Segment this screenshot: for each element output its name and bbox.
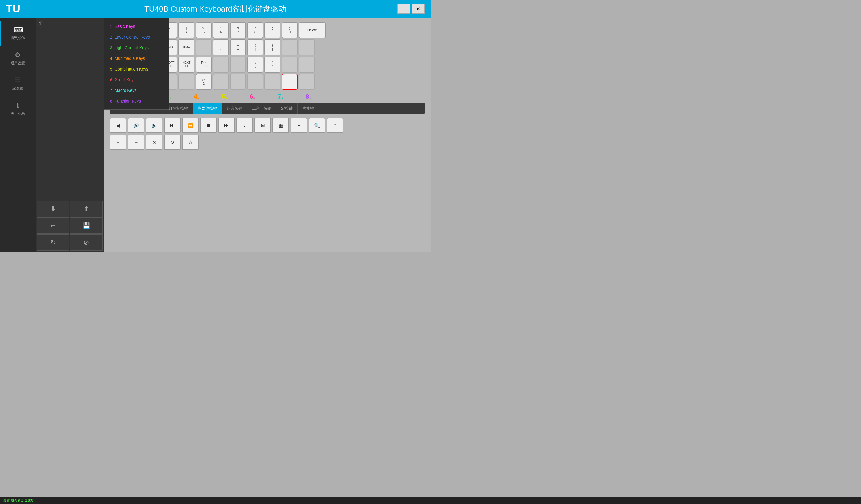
key-empty-r4-4[interactable] <box>178 74 194 90</box>
cat-num-5[interactable]: 5. <box>221 93 227 100</box>
key-percent5[interactable]: %5 <box>196 22 212 38</box>
sidebar-item-settings[interactable]: ⚙ 通用设置 <box>0 46 36 71</box>
dropdown-menu: 1. Basic Keys 2. Layer Control Keys 3. L… <box>104 18 169 110</box>
cat-num-7[interactable]: 7. <box>277 93 283 100</box>
key-palette: ◀ 🔊 🔈 ⏭ ⏪ ⏹ ⏮ ♪ ✉ ▦ 🖥 🔍 ⌂ ← → ✕ ↺ ☆ <box>110 117 425 150</box>
dropdown-item-light-control[interactable]: 3. Light Control Keys <box>104 42 169 53</box>
key-colon[interactable]: :; <box>247 57 263 73</box>
sidebar-label-keyboard: 配列设置 <box>11 36 26 41</box>
upload-button[interactable]: ⬆ <box>70 200 102 217</box>
left-panel-label: 配 <box>39 21 42 26</box>
key-empty-r3-10[interactable] <box>282 57 298 73</box>
key-empty-r4-11[interactable] <box>299 74 315 90</box>
palette-key-vol-down[interactable]: 🔈 <box>146 117 163 133</box>
palette-key-refresh[interactable]: ↺ <box>164 135 180 150</box>
reload-button[interactable]: ↻ <box>37 234 69 251</box>
palette-key-vol-up[interactable]: 🔊 <box>128 117 145 133</box>
dropdown-item-multimedia[interactable]: 4. Multimedia Keys <box>104 53 169 64</box>
minimize-button[interactable]: — <box>397 4 410 14</box>
palette-key-back[interactable]: ← <box>110 135 126 150</box>
key-empty-r4-8[interactable] <box>247 74 263 90</box>
palette-key-home[interactable]: ⌂ <box>327 117 343 133</box>
tab-function[interactable]: 功能键 <box>298 103 319 114</box>
key-lbracket[interactable]: {[ <box>247 39 263 55</box>
tab-2in1[interactable]: 二合一按键 <box>247 103 276 114</box>
key-empty-r3-11[interactable] <box>299 57 315 73</box>
palette-key-mail[interactable]: ✉ <box>255 117 271 133</box>
gear-icon: ⚙ <box>15 51 21 59</box>
key-highlighted-r4-10[interactable] <box>282 74 298 90</box>
dropdown-item-basic-keys[interactable]: 1. Basic Keys <box>104 21 169 32</box>
key-at2-row4[interactable]: @2 <box>196 74 212 90</box>
key-f-plus-led[interactable]: F++LED <box>196 57 212 73</box>
key-empty-r3-7[interactable] <box>230 57 246 73</box>
cat-num-6[interactable]: 6. <box>250 93 255 100</box>
key-dollar4[interactable]: $4 <box>178 22 194 38</box>
left-panel-header: 配 <box>36 18 104 27</box>
palette-key-forward[interactable]: → <box>128 135 145 150</box>
palette-key-prev[interactable]: ◀ <box>110 117 126 133</box>
key-empty-r3-6[interactable] <box>213 57 229 73</box>
key-empty-r2-10[interactable] <box>282 39 298 55</box>
dropdown-item-macro[interactable]: 7. Macro Keys <box>104 85 169 96</box>
sidebar-item-keyboard[interactable]: ⌨ 配列设置 <box>0 21 36 46</box>
action-buttons: ⬇ ⬆ ↩ 💾 ↻ ⊘ <box>36 199 104 252</box>
close-button[interactable]: ✕ <box>411 4 425 14</box>
key-caret6[interactable]: ^6 <box>213 22 229 38</box>
key-equal[interactable]: += <box>230 39 246 55</box>
key-quote[interactable]: "' <box>264 57 281 73</box>
palette-key-search[interactable]: 🔍 <box>309 117 325 133</box>
palette-row-1: ◀ 🔊 🔈 ⏭ ⏪ ⏹ ⏮ ♪ ✉ ▦ 🖥 🔍 ⌂ <box>110 117 425 133</box>
key-empty-r2-11[interactable] <box>299 39 315 55</box>
sidebar-label-about: 关于小站 <box>11 111 25 116</box>
save-button[interactable]: 💾 <box>70 218 102 234</box>
key-next-led[interactable]: NEXTLED <box>178 57 194 73</box>
left-panel: 配 1. Basic Keys 2. Layer Control Keys 3.… <box>36 18 104 252</box>
tab-multimedia[interactable]: 多媒体按键 <box>193 103 222 114</box>
dropdown-item-function[interactable]: 8. Function Keys <box>104 96 169 107</box>
dropdown-item-layer-control[interactable]: 2. Layer Control Keys <box>104 32 169 42</box>
app-logo: TU <box>6 3 20 15</box>
tab-combination[interactable]: 组合按键 <box>222 103 247 114</box>
palette-key-fast-forward[interactable]: ⏭ <box>164 117 180 133</box>
window-controls: — ✕ <box>397 4 425 14</box>
info-icon: ℹ <box>17 102 19 109</box>
title-bar: TU TU40B Custom Keyboard客制化键盘驱动 — ✕ <box>0 0 430 18</box>
sidebar: ⌨ 配列设置 ⚙ 通用设置 ☰ 宏设置 ℹ 关于小站 <box>0 18 36 252</box>
key-empty-r4-6[interactable] <box>213 74 229 90</box>
palette-key-monitor[interactable]: 🖥 <box>290 117 307 133</box>
palette-key-stop[interactable]: ⏹ <box>200 117 217 133</box>
tab-macro[interactable]: 宏按键 <box>276 103 298 114</box>
cat-num-4[interactable]: 4. <box>194 93 199 100</box>
undo-button[interactable]: ↩ <box>37 218 69 234</box>
key-rparen0[interactable]: )0 <box>282 22 298 38</box>
palette-key-calc[interactable]: ▦ <box>272 117 289 133</box>
key-km4[interactable]: KM4 <box>178 39 194 55</box>
clear-button[interactable]: ⊘ <box>70 234 102 251</box>
sidebar-label-macro: 宏设置 <box>12 86 23 91</box>
palette-key-close-tab[interactable]: ✕ <box>146 135 163 150</box>
key-empty-r2-5[interactable] <box>196 39 212 55</box>
key-amp7[interactable]: &7 <box>230 22 246 38</box>
sidebar-item-macro[interactable]: ☰ 宏设置 <box>0 71 36 96</box>
key-empty-r4-7[interactable] <box>230 74 246 90</box>
key-star8[interactable]: *8 <box>247 22 263 38</box>
key-lparen9[interactable]: (9 <box>264 22 281 38</box>
palette-key-rewind[interactable]: ⏪ <box>182 117 199 133</box>
palette-key-prev-track[interactable]: ⏮ <box>218 117 235 133</box>
keyboard-icon: ⌨ <box>14 26 23 34</box>
key-empty-r4-9[interactable] <box>264 74 281 90</box>
app-title: TU40B Custom Keyboard客制化键盘驱动 <box>145 4 286 14</box>
dropdown-item-combination[interactable]: 5. Combination Keys <box>104 64 169 74</box>
main-layout: ⌨ 配列设置 ⚙ 通用设置 ☰ 宏设置 ℹ 关于小站 配 1. Basic Ke… <box>0 18 430 252</box>
sidebar-item-about[interactable]: ℹ 关于小站 <box>0 96 36 122</box>
cat-num-8[interactable]: 8. <box>306 93 311 100</box>
key-minus[interactable]: _- <box>213 39 229 55</box>
palette-key-favorite[interactable]: ☆ <box>182 135 199 150</box>
palette-key-music[interactable]: ♪ <box>236 117 253 133</box>
key-rbracket[interactable]: }] <box>264 39 281 55</box>
key-delete[interactable]: Delete <box>299 22 326 38</box>
dropdown-item-2in1[interactable]: 6. 2-in-1 Keys <box>104 74 169 85</box>
download-button[interactable]: ⬇ <box>37 200 69 217</box>
sidebar-label-settings: 通用设置 <box>11 61 25 66</box>
